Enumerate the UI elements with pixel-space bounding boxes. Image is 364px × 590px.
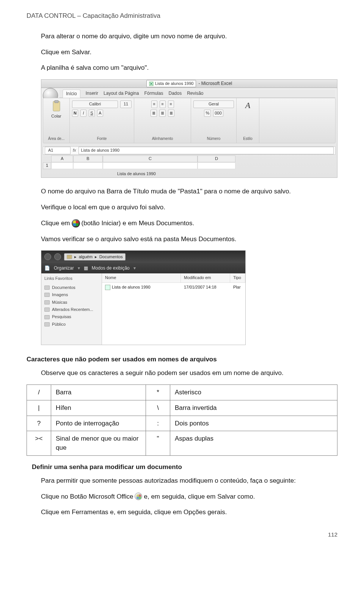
sidebar-item-publico[interactable]: Público — [44, 321, 99, 328]
bold-button[interactable]: N — [72, 110, 78, 117]
breadcrumb-item[interactable]: alguém — [79, 254, 93, 260]
breadcrumb[interactable]: ▸ alguém ▸ Documentos — [64, 253, 126, 260]
paragraph: Clique em Ferramentas e, em seguida, cli… — [41, 508, 337, 517]
formula-content[interactable]: Lista de alunos 1990 — [78, 147, 334, 154]
group-font: Fonte — [97, 136, 107, 141]
office-button-icon — [135, 493, 142, 500]
tab-formulas[interactable]: Fórmulas — [144, 90, 163, 97]
col-header[interactable]: A — [51, 155, 73, 162]
section-heading-password: Definir uma senha para modificar um docu… — [32, 463, 337, 472]
percent-button[interactable]: % — [204, 110, 211, 117]
tab-inserir[interactable]: Inserir — [86, 90, 98, 97]
paragraph: Clique em Salvar. — [41, 48, 337, 57]
align-left-icon[interactable]: ≣ — [151, 110, 157, 117]
explorer-titlebar: ▸ alguém ▸ Documentos — [41, 251, 245, 263]
cell[interactable] — [51, 162, 73, 169]
tab-dados[interactable]: Dados — [168, 90, 182, 97]
group-clipboard: Área de... — [48, 136, 64, 141]
name-box[interactable]: A1 — [45, 147, 71, 154]
row-header[interactable]: 1 — [43, 162, 51, 169]
col-header[interactable]: B — [73, 155, 103, 162]
page-header: DATA CONTROL – Capacitação Administrativ… — [27, 11, 337, 20]
formula-bar: A1 fx Lista de alunos 1990 — [43, 146, 336, 155]
windows-start-icon — [72, 219, 80, 228]
excel-doc-title: Lista de alunos 1990 — [146, 80, 196, 87]
char-symbol: * — [146, 384, 170, 400]
paragraph-inline: Clique no Botão Microsoft Office e, em s… — [41, 492, 337, 501]
align-mid-icon[interactable]: ≡ — [160, 100, 166, 108]
style-icon[interactable]: A — [245, 100, 250, 111]
views-icon: ▦ — [84, 265, 88, 271]
forward-button[interactable] — [54, 253, 61, 260]
align-bot-icon[interactable]: ≡ — [168, 100, 174, 108]
file-type: Plar — [230, 283, 245, 292]
folder-icon — [44, 308, 50, 312]
filelist-headers: Nome Modificado em Tipo — [102, 273, 245, 282]
group-number: Número — [207, 136, 221, 141]
text-fragment: (botão Iniciar) e em Meus Documentos. — [82, 219, 195, 228]
align-center-icon[interactable]: ≣ — [159, 110, 166, 117]
font-color-button[interactable]: A — [97, 110, 103, 117]
number-format[interactable]: Geral — [193, 100, 234, 108]
fx-icon[interactable]: fx — [73, 148, 76, 153]
cell[interactable] — [198, 162, 235, 169]
sidebar-item-musicas[interactable]: Músicas — [44, 299, 99, 306]
column-headers: A B C D — [51, 155, 336, 162]
file-name: Lista de alunos 1990 — [112, 285, 151, 289]
thousands-button[interactable]: 000 — [213, 110, 223, 117]
cell[interactable] — [103, 162, 198, 169]
table-row: >< Sinal de menor que ou maior que " Asp… — [27, 431, 337, 456]
char-symbol: " — [146, 431, 170, 456]
sidebar-item-alterados[interactable]: Alterados Recentem... — [44, 306, 99, 313]
char-name: Asterisco — [170, 384, 337, 400]
column-tipo[interactable]: Tipo — [230, 273, 245, 282]
paste-icon[interactable] — [51, 100, 62, 113]
cell[interactable] — [73, 162, 103, 169]
tab-revisao[interactable]: Revisão — [187, 90, 203, 97]
group-alignment: Alinhamento — [152, 136, 173, 141]
char-symbol: ? — [27, 416, 51, 431]
align-right-icon[interactable]: ≣ — [168, 110, 174, 117]
align-top-icon[interactable]: ≡ — [151, 100, 157, 108]
excel-file-icon — [149, 82, 154, 86]
sidebar-label: Músicas — [52, 300, 67, 305]
col-header[interactable]: C — [103, 155, 198, 162]
char-name: Aspas duplas — [170, 431, 337, 456]
cutoff-text: Lista de alunos 1990 — [117, 171, 156, 177]
char-symbol: / — [27, 384, 51, 400]
file-date: 17/01/2007 14:18 — [181, 283, 230, 292]
column-modificado[interactable]: Modificado em — [181, 273, 230, 282]
tab-layout[interactable]: Layout da Página — [104, 90, 139, 97]
organize-button[interactable]: Organizar — [54, 265, 74, 271]
underline-button[interactable]: S — [89, 110, 95, 117]
char-name: Barra — [51, 384, 146, 400]
chars-table: / Barra * Asterisco | Hífen \ Barra inve… — [27, 384, 337, 456]
page-number: 112 — [27, 530, 337, 538]
file-name-cell: Lista de alunos 1990 — [102, 283, 181, 292]
tab-inicio[interactable]: Início — [63, 89, 80, 98]
explorer-filelist: Nome Modificado em Tipo Lista de alunos … — [102, 273, 245, 345]
font-size[interactable]: 11 — [120, 100, 132, 108]
sidebar-item-pesquisas[interactable]: Pesquisas — [44, 313, 99, 320]
font-name[interactable]: Calibri — [72, 100, 118, 108]
file-row[interactable]: Lista de alunos 1990 17/01/2007 14:18 Pl… — [102, 283, 245, 292]
group-style: Estilo — [243, 136, 252, 141]
breadcrumb-item[interactable]: Documentos — [99, 254, 123, 260]
col-header[interactable]: D — [198, 155, 235, 162]
char-name: Dois pontos — [170, 416, 337, 431]
char-name: Sinal de menor que ou maior que — [51, 431, 146, 456]
views-button[interactable]: Modos de exibição — [92, 265, 130, 271]
excel-screenshot: Lista de alunos 1990 - Microsoft Excel I… — [41, 79, 337, 178]
column-nome[interactable]: Nome — [102, 273, 181, 282]
sidebar-item-documentos[interactable]: Documentos — [44, 284, 99, 291]
sidebar-label: Imagens — [52, 292, 68, 298]
char-name: Ponto de interrogação — [51, 416, 146, 431]
sidebar-item-imagens[interactable]: Imagens — [44, 291, 99, 298]
doc-name-text: Lista de alunos 1990 — [155, 81, 194, 86]
italic-button[interactable]: I — [80, 110, 86, 117]
back-button[interactable] — [44, 253, 51, 260]
char-name: Hífen — [51, 400, 146, 416]
folder-icon — [44, 322, 50, 326]
char-name: Barra invertida — [170, 400, 337, 416]
char-symbol: \ — [146, 400, 170, 416]
